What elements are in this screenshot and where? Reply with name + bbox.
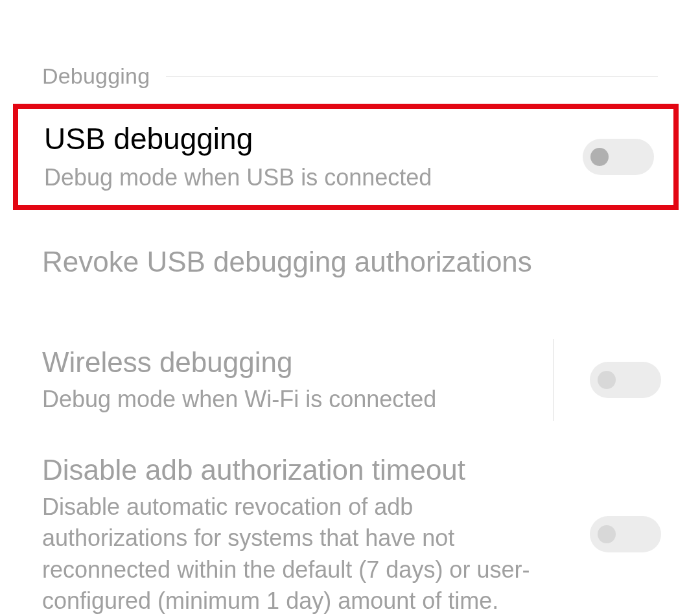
setting-usb-debugging-title: USB debugging [44, 121, 557, 158]
setting-revoke-title: Revoke USB debugging authorizations [42, 244, 635, 279]
setting-revoke-usb-auth[interactable]: Revoke USB debugging authorizations [0, 217, 700, 307]
setting-usb-debugging-text: USB debugging Debug mode when USB is con… [44, 121, 583, 193]
setting-wireless-debugging[interactable]: Wireless debugging Debug mode when Wi-Fi… [0, 326, 700, 434]
toggle-knob-icon [598, 525, 616, 543]
setting-wireless-desc: Debug mode when Wi-Fi is connected [42, 384, 564, 416]
toggle-wireless-debugging[interactable] [590, 362, 661, 398]
toggle-knob-icon [590, 148, 609, 166]
setting-adb-timeout-title: Disable adb authorization timeout [42, 452, 564, 488]
setting-usb-debugging[interactable]: USB debugging Debug mode when USB is con… [13, 104, 679, 210]
setting-revoke-text: Revoke USB debugging authorizations [42, 244, 661, 279]
setting-adb-timeout-desc: Disable automatic revocation of adb auth… [42, 491, 564, 614]
section-header-debugging: Debugging [0, 0, 700, 91]
setting-adb-timeout-text: Disable adb authorization timeout Disabl… [42, 452, 590, 614]
toggle-knob-icon [598, 371, 616, 389]
setting-wireless-title: Wireless debugging [42, 344, 564, 380]
developer-options-screen: Debugging USB debugging Debug mode when … [0, 0, 700, 614]
spacer [0, 307, 700, 326]
setting-disable-adb-timeout[interactable]: Disable adb authorization timeout Disabl… [0, 434, 700, 614]
setting-usb-debugging-desc: Debug mode when USB is connected [44, 162, 557, 194]
section-header-label: Debugging [42, 64, 150, 89]
toggle-disable-adb-timeout[interactable] [590, 516, 661, 552]
toggle-usb-debugging[interactable] [583, 139, 654, 175]
section-header-divider [166, 76, 658, 77]
setting-wireless-text: Wireless debugging Debug mode when Wi-Fi… [42, 344, 590, 416]
